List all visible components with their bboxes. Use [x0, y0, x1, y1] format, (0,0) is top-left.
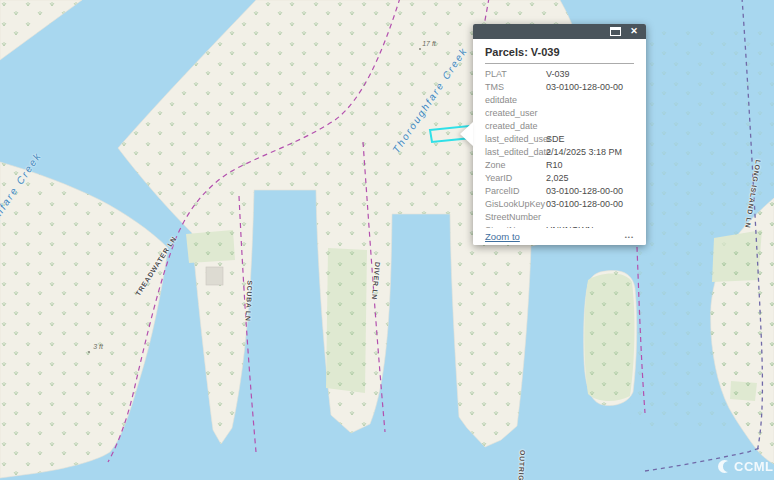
- field-value: SDE: [546, 134, 565, 144]
- field-label: last_edited_user: [485, 134, 546, 144]
- field-label: created_user: [485, 108, 546, 118]
- attribute-row: last_edited_user SDE: [485, 132, 634, 145]
- attribute-row: GisLookUpKey 03-0100-128-00-00: [485, 197, 634, 210]
- attribute-row: created_user: [485, 106, 634, 119]
- field-value: V-039: [546, 69, 570, 79]
- map-canvas[interactable]: Thoroughfare Creek Thoroughfare Creek TR…: [0, 0, 774, 480]
- attribute-row: Zone R10: [485, 158, 634, 171]
- field-value: R10: [546, 160, 563, 170]
- spot-elevation-dot: [419, 48, 421, 50]
- field-value: 2/14/2025 3:18 PM: [546, 147, 622, 157]
- spot-elevation-dot: [88, 351, 90, 353]
- field-label: Zone: [485, 160, 546, 170]
- attribute-row: last_edited_date 2/14/2025 3:18 PM: [485, 145, 634, 158]
- attribute-row: created_date: [485, 119, 634, 132]
- attribute-row: TMS 03-0100-128-00-00: [485, 80, 634, 93]
- field-label: created_date: [485, 121, 546, 131]
- attribute-row: PLAT V-039: [485, 67, 634, 80]
- field-label: YearID: [485, 173, 546, 183]
- popup-title: Parcels: V-039: [485, 46, 634, 58]
- close-icon[interactable]: [628, 27, 640, 37]
- popup-footer: Zoom to •••: [473, 228, 646, 245]
- gis-app-window: Thoroughfare Creek Thoroughfare Creek TR…: [0, 0, 774, 480]
- basemap: [0, 0, 774, 480]
- field-value: 03-0100-128-00-00: [546, 82, 623, 92]
- field-label: StreetNumber: [485, 212, 546, 222]
- attribute-row: StreetNumber: [485, 210, 634, 223]
- attribute-row: editdate: [485, 93, 634, 106]
- field-value: 03-0100-128-00-00: [546, 199, 623, 209]
- attribute-row: YearID 2,025: [485, 171, 634, 184]
- field-label: last_edited_date: [485, 147, 546, 157]
- popup-header: Parcels: V-039: [473, 39, 646, 64]
- ccm-logo-text: CCML: [734, 459, 774, 474]
- field-value: 2,025: [546, 173, 569, 183]
- field-label: ParcelID: [485, 186, 546, 196]
- dock-icon[interactable]: [609, 27, 621, 37]
- basemap-attribution: CCML: [718, 459, 774, 474]
- building-footprint: [206, 267, 223, 285]
- ccm-logo-icon: [718, 460, 731, 473]
- field-value: 03-0100-128-00-00: [546, 186, 623, 196]
- attribute-table: PLAT V-039 TMS 03-0100-128-00-00 editdat…: [473, 64, 646, 242]
- attribute-row: ParcelID 03-0100-128-00-00: [485, 184, 634, 197]
- field-label: GisLookUpKey: [485, 199, 546, 209]
- feature-popup: Parcels: V-039 PLAT V-039 TMS 03-0100-12…: [473, 24, 646, 245]
- field-label: editdate: [485, 95, 546, 105]
- field-label: TMS: [485, 82, 546, 92]
- zoom-to-link[interactable]: Zoom to: [485, 231, 520, 242]
- popup-titlebar[interactable]: [473, 24, 646, 39]
- field-label: PLAT: [485, 69, 546, 79]
- popup-pointer: [460, 122, 473, 146]
- ellipsis-menu-icon[interactable]: •••: [625, 234, 634, 240]
